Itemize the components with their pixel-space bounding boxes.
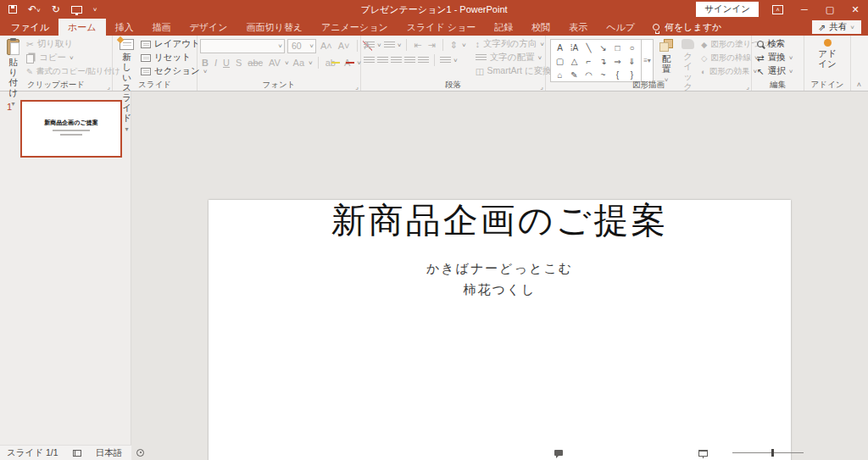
numbering-icon[interactable]	[384, 42, 395, 49]
align-left-icon[interactable]	[364, 57, 375, 64]
drawing-dialog-launcher-icon[interactable]: ⌟	[746, 83, 749, 91]
shape-option[interactable]: ◠	[585, 70, 593, 80]
spell-check-icon[interactable]	[73, 450, 81, 457]
start-slideshow-icon[interactable]	[71, 6, 82, 14]
close-button[interactable]: ✕	[843, 2, 868, 18]
save-icon[interactable]	[8, 5, 17, 14]
text-shadow-button[interactable]: S	[234, 58, 243, 68]
cut-button[interactable]: ✂切り取り	[24, 37, 123, 51]
shape-option[interactable]: ▢	[556, 57, 564, 66]
shape-option[interactable]: □	[615, 43, 620, 53]
tab-view[interactable]: 表示	[559, 19, 597, 36]
slide-title-text[interactable]: 新商品企画のご提案	[209, 200, 791, 241]
font-dialog-launcher-icon[interactable]: ⌟	[355, 83, 359, 91]
reset-icon	[141, 54, 151, 62]
replace-button[interactable]: ⇄置換˅	[754, 51, 795, 64]
clipboard-dialog-launcher-icon[interactable]: ⌟	[107, 83, 110, 91]
sign-in-button[interactable]: サインイン	[696, 2, 759, 17]
shape-option[interactable]: ⁞A	[570, 43, 578, 53]
shapes-gallery-more-icon[interactable]: ≡▾	[641, 40, 653, 81]
shape-option[interactable]: {	[616, 70, 619, 80]
strikethrough-button[interactable]: abc	[246, 58, 264, 68]
tab-design[interactable]: デザイン	[181, 19, 237, 36]
shape-option[interactable]: }	[631, 70, 633, 80]
bullets-icon[interactable]	[364, 42, 375, 49]
font-size-combobox[interactable]: 60˅	[287, 39, 316, 53]
shape-option[interactable]: ✎	[570, 70, 577, 80]
columns-icon[interactable]	[440, 57, 451, 64]
redo-button[interactable]: ↻	[52, 4, 60, 14]
select-button[interactable]: ↖選択˅	[754, 64, 795, 78]
shrink-font-button[interactable]: A˅	[337, 41, 352, 51]
minimize-button[interactable]: ─	[792, 2, 817, 17]
shape-option[interactable]: A	[557, 43, 563, 53]
slide-subtitle-text[interactable]: かきばナーどっとこむ 柿花つくし	[209, 258, 791, 300]
maximize-button[interactable]: ▢	[817, 2, 843, 18]
decrease-indent-icon[interactable]: ⇤	[412, 40, 423, 51]
titlebar-controls: サインイン ˄ ─ ▢ ✕	[696, 2, 868, 18]
slide-thumbnail[interactable]: 新商品企画のご提案	[20, 100, 122, 158]
italic-button[interactable]: I	[213, 58, 219, 68]
undo-button[interactable]: ↶˅	[28, 4, 41, 14]
font-name-combobox[interactable]: ˅	[200, 39, 285, 53]
justify-icon[interactable]	[404, 57, 415, 64]
workspace: 1 新商品企画のご提案 新商品企画のご提案 かきばナーどっとこむ 柿花つくし ノ…	[0, 91, 868, 445]
shape-option[interactable]: ~	[601, 70, 606, 80]
tab-home[interactable]: ホーム	[58, 19, 106, 36]
shape-option[interactable]: ⇒	[614, 57, 620, 66]
shape-fill-icon: ◆	[701, 40, 707, 49]
shape-option[interactable]: ⇓	[628, 57, 635, 66]
zoom-slider-handle[interactable]	[771, 449, 774, 457]
shape-option[interactable]: △	[571, 57, 578, 66]
group-label-font: フォント	[198, 80, 360, 91]
tab-slideshow[interactable]: スライド ショー	[398, 19, 486, 36]
zoom-slider[interactable]	[732, 452, 804, 453]
group-clipboard: 貼り付け ▾ ✂切り取り コピー˅ ✎書式のコピー/貼り付け クリップボード ⌟	[0, 36, 113, 91]
share-icon: ⇗	[819, 22, 826, 32]
shape-option[interactable]: ↘	[599, 43, 606, 53]
paragraph-dialog-launcher-icon[interactable]: ⌟	[540, 83, 543, 91]
find-button[interactable]: 検索	[754, 37, 795, 51]
collapse-ribbon-icon[interactable]: ˄	[857, 80, 861, 89]
change-case-button[interactable]: Aa	[292, 58, 306, 68]
share-button[interactable]: ⇗共有˅	[812, 20, 861, 34]
character-spacing-button[interactable]: AV	[267, 58, 282, 68]
smartart-icon: ◫	[476, 66, 484, 76]
tab-animations[interactable]: アニメーション	[312, 19, 398, 36]
align-right-icon[interactable]	[391, 57, 402, 64]
shape-option[interactable]: ╲	[586, 43, 591, 53]
bold-button[interactable]: B	[200, 58, 210, 68]
shape-option[interactable]: ○	[629, 43, 634, 53]
copy-button[interactable]: コピー˅	[24, 51, 123, 64]
tab-draw[interactable]: 描画	[143, 19, 181, 36]
group-font: ˅ 60˅ A˄ A˅ A B I U S abc AV˅ Aa˅ ab A ˅…	[198, 36, 361, 91]
tab-help[interactable]: ヘルプ	[597, 19, 644, 36]
format-painter-button[interactable]: ✎書式のコピー/貼り付け	[24, 64, 123, 78]
align-center-icon[interactable]	[377, 57, 388, 64]
underline-button[interactable]: U	[221, 58, 231, 68]
accessibility-icon[interactable]	[136, 449, 144, 457]
increase-indent-icon[interactable]: ⇥	[426, 40, 437, 51]
shape-option[interactable]: ⌂	[557, 70, 562, 80]
tab-transitions[interactable]: 画面切り替え	[237, 19, 313, 36]
slide-count-indicator[interactable]: スライド 1/1	[7, 447, 58, 459]
undo-dropdown-icon[interactable]: ˅	[36, 7, 41, 14]
customize-qat-icon[interactable]: ˅	[93, 6, 97, 14]
line-spacing-icon[interactable]: ⇕	[448, 40, 459, 51]
grow-font-button[interactable]: A˄	[319, 41, 334, 51]
distribute-icon[interactable]	[418, 57, 429, 64]
tab-file[interactable]: ファイル	[2, 19, 58, 36]
ribbon-display-options-icon[interactable]: ˄	[772, 5, 783, 14]
tab-record[interactable]: 記録	[485, 19, 522, 36]
tab-insert[interactable]: 挿入	[106, 19, 143, 36]
group-slides: 新しいスライド ▾ レイアウト˅ リセット セクション˅ スライド	[113, 36, 198, 91]
slide-editing-surface[interactable]: 新商品企画のご提案 かきばナーどっとこむ 柿花つくし	[209, 200, 791, 460]
tab-review[interactable]: 校閲	[522, 19, 559, 36]
tell-me-box[interactable]: 何をしますか	[644, 19, 730, 36]
shape-option[interactable]: ↴	[599, 57, 606, 66]
shape-option[interactable]: ⌐	[587, 57, 592, 66]
language-indicator[interactable]: 日本語	[96, 447, 123, 459]
addins-button[interactable]: アドイン	[813, 37, 842, 70]
paste-clipboard-icon	[7, 39, 19, 55]
font-color-bar	[346, 62, 354, 64]
